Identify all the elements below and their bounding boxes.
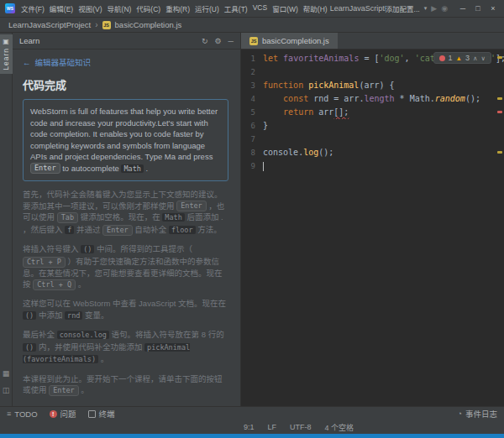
favorites-icon[interactable]: ◫ [3,386,10,394]
code-line-text: const rnd = arr.length * Math.random(); [263,92,504,106]
chevron-up-icon[interactable]: ∧ [473,55,478,62]
learn-icon: ▣ [3,38,9,45]
text-run: 。 [76,279,86,289]
minimize-button[interactable]: ─ [455,2,470,15]
maximize-button[interactable]: □ [470,2,486,15]
warning-stripe-mark[interactable] [497,151,502,154]
breadcrumb-project[interactable]: LearnJavaScriptProject [8,20,91,29]
tool-window-buttons: ≡TODO!问题终端 [7,408,115,420]
menu-item[interactable]: 代码(C) [134,2,163,15]
code-line-text: return arr[]; [263,106,504,119]
line-number: 8 [241,146,263,159]
code-line-text: console.log(); [263,146,504,159]
restart-icon[interactable]: ↻ [202,37,208,45]
code-line[interactable]: 9 [241,159,504,173]
menu-item[interactable]: 工具(T) [222,2,250,15]
toolwindow-button-problems[interactable]: !问题 [50,408,76,420]
run-icon[interactable]: ▶ [431,4,437,13]
code-line[interactable]: 2 [241,65,504,79]
code-editor[interactable]: 1let favoriteAnimals = ['dog', 'cat', 'u… [241,50,504,406]
text-run: 最后补全 [23,330,57,339]
tool-window-stripe: ▣ Learn ▦ ◫ [0,33,13,406]
warning-stripe-mark[interactable] [497,56,502,59]
window-controls: ─ □ × [455,2,501,15]
code-chip: () [23,311,36,320]
text-run: 内，并使用代码补全功能添加 [36,342,144,352]
text-run: 语句。将插入符号放在第 8 行的 [109,330,224,339]
menu-item[interactable]: 帮助(H) [301,2,330,15]
lesson-steps: 首先，代码补全会随着键入为您显示上下文感知的建议。要添加其中一项建议，可以像刚才… [23,189,228,396]
app-logo-icon: WS [5,3,15,13]
menu-item[interactable]: 文件(F) [18,2,47,15]
code-token: arr [318,107,333,117]
code-chip: Math [162,213,184,222]
hide-icon[interactable]: ─ [228,37,234,45]
line-number: 1 [241,52,263,65]
warning-stripe-mark[interactable] [497,97,502,100]
code-chip: () [81,245,94,253]
chevron-down-icon[interactable]: ▾ [424,5,428,12]
code-token [263,94,283,103]
back-to-module-link[interactable]: ← 编辑器基础知识 [23,56,228,68]
menu-item[interactable]: 视图(V) [76,2,104,15]
shortcut-chip: Enter [176,201,207,211]
line-number: 7 [241,133,263,146]
code-line-text [263,159,504,173]
code-token: let [263,54,283,63]
code-token: } [263,121,268,130]
status-item[interactable]: UTF-8 [290,423,312,431]
menu-item[interactable]: 编辑(E) [47,2,76,15]
debug-icon[interactable]: ◉ [441,4,448,13]
status-item[interactable]: 9:1 [244,423,255,431]
toolwindow-button-terminal[interactable]: 终端 [88,408,115,420]
menu-item[interactable]: 导航(N) [105,2,134,15]
line-number: 3 [241,79,263,92]
gear-icon[interactable]: ⚙ [215,37,222,45]
editor-tab-bar: JS basicCompletion.js [241,33,504,50]
code-line[interactable]: 4 const rnd = arr.length * Math.random()… [241,92,504,106]
menu-item[interactable]: 窗口(W) [270,2,301,15]
chevron-down-icon[interactable]: ∨ [481,55,486,62]
error-stripe-mark[interactable] [497,111,502,113]
text-run: 中间。所得到的工具提示（ [94,244,192,253]
code-token: arr [344,94,359,103]
lesson-paragraph: 本课程到此为止。要开始下一个课程，请单击下面的按钮或使用 Enter 。 [23,373,228,396]
tab-basiccompletion-js[interactable]: JS basicCompletion.js [241,33,338,49]
code-token [263,107,283,117]
taskbar-strip [0,434,504,438]
back-arrow-icon: ← [23,58,31,67]
code-line[interactable]: 6} [241,119,504,133]
text-run: WebStorm is full of features that help y… [30,107,218,161]
toolwindow-button-todo[interactable]: ≡TODO [7,408,38,420]
code-token: arr [364,81,379,90]
shortcut-chip: Tab [57,212,78,223]
menu-item[interactable]: 运行(U) [192,2,222,15]
breadcrumb-file[interactable]: basicCompletion.js [115,20,182,29]
code-token: rnd [313,94,328,103]
inspections-widget[interactable]: 1 ▲ 3 ∧ ∨ [433,52,491,64]
close-button[interactable]: × [486,2,501,15]
text-run: 键添加空格。现在，在 [78,212,162,222]
error-count: 1 [449,54,453,62]
status-item[interactable]: LF [268,423,277,431]
learn-panel: Learn ↻ ⚙ ─ ← 编辑器基础知识 代码完成 WebStorm is f… [13,33,241,406]
text-run: 并通过 [74,225,102,234]
shortcut-chip: Enter [102,225,133,236]
code-line[interactable]: 8console.log(); [241,146,504,159]
problems-label: 问题 [60,408,76,420]
code-line[interactable]: 7 [241,133,504,146]
event-log-button[interactable]: ◔ 事件日志 [458,408,497,420]
status-item[interactable]: 4 个空格 [325,422,354,433]
code-token: function [263,81,308,90]
code-line[interactable]: 5 return arr[]; [241,106,504,119]
code-token: (); [318,148,333,157]
learn-tool-window-button[interactable]: ▣ Learn [0,34,13,74]
structure-icon[interactable]: ▦ [3,369,10,378]
code-token: * [395,94,410,103]
bottom-tool-window-bar: ≡TODO!问题终端 ◔ 事件日志 [0,406,504,420]
menu-item[interactable]: 重构(R) [163,2,192,15]
code-line[interactable]: 3function pickAnimal(arr) { [241,79,504,92]
code-token: (); [465,94,480,103]
run-config-selector[interactable]: 添加配置... [386,3,420,13]
menu-item[interactable]: VCS [250,2,270,15]
